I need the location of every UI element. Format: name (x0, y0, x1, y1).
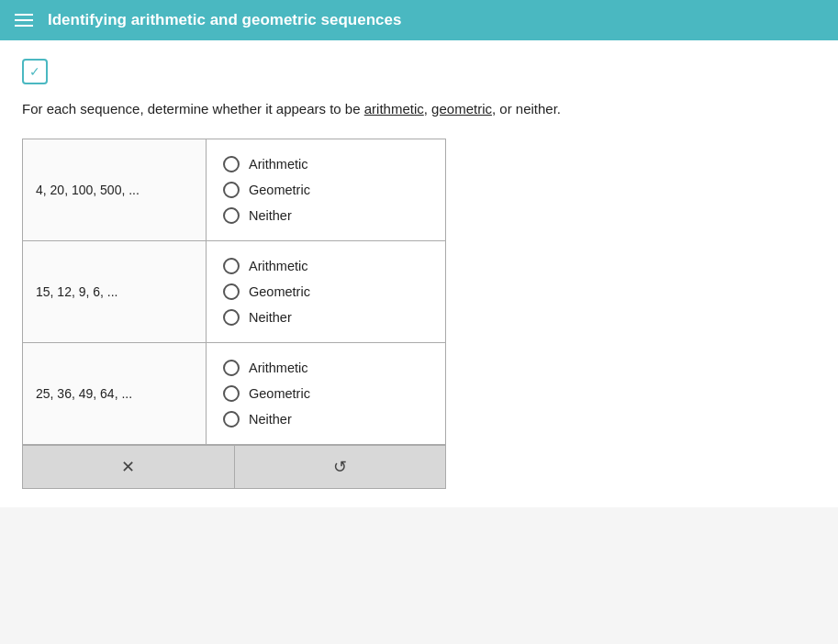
hamburger-menu[interactable] (15, 14, 33, 27)
reset-button[interactable]: ↺ (235, 446, 446, 488)
arithmetic-link[interactable]: arithmetic (364, 101, 424, 117)
radio-circle (223, 411, 240, 427)
radio-neither-3[interactable]: Neither (223, 411, 429, 427)
radio-arithmetic-3[interactable]: Arithmetic (223, 360, 429, 376)
radio-neither-1[interactable]: Neither (223, 207, 429, 224)
chevron-down-icon: ✓ (29, 64, 40, 79)
sequence-2: 15, 12, 9, 6, ... (23, 241, 207, 342)
radio-circle (223, 283, 240, 300)
x-icon: ✕ (121, 457, 135, 477)
radio-circle (223, 258, 240, 274)
geometric-link[interactable]: geometric (431, 101, 492, 117)
radio-circle (223, 207, 240, 224)
clear-button[interactable]: ✕ (23, 446, 235, 488)
reset-icon: ↺ (333, 457, 347, 477)
radio-arithmetic-1[interactable]: Arithmetic (223, 156, 429, 172)
options-cell-1: Arithmetic Geometric Neither (207, 139, 445, 240)
radio-arithmetic-2[interactable]: Arithmetic (223, 258, 429, 274)
radio-geometric-1[interactable]: Geometric (223, 182, 429, 198)
sequence-1: 4, 20, 100, 500, ... (23, 139, 207, 240)
radio-circle (223, 360, 240, 376)
options-cell-3: Arithmetic Geometric Neither (207, 343, 445, 444)
table-row: 25, 36, 49, 64, ... Arithmetic Geometric… (23, 343, 445, 445)
radio-geometric-2[interactable]: Geometric (223, 283, 429, 300)
radio-geometric-3[interactable]: Geometric (223, 385, 429, 402)
radio-neither-2[interactable]: Neither (223, 309, 429, 326)
sequences-table: 4, 20, 100, 500, ... Arithmetic Geometri… (22, 139, 446, 489)
table-row: 4, 20, 100, 500, ... Arithmetic Geometri… (23, 139, 445, 241)
instructions-text: For each sequence, determine whether it … (22, 99, 816, 120)
header-title: Identifying arithmetic and geometric seq… (48, 11, 401, 29)
table-row: 15, 12, 9, 6, ... Arithmetic Geometric N… (23, 241, 445, 343)
options-cell-2: Arithmetic Geometric Neither (207, 241, 445, 342)
app-header: Identifying arithmetic and geometric seq… (0, 0, 838, 40)
radio-circle (223, 385, 240, 402)
sequence-3: 25, 36, 49, 64, ... (23, 343, 207, 444)
action-row: ✕ ↺ (23, 445, 445, 488)
radio-circle (223, 156, 240, 172)
radio-circle (223, 309, 240, 326)
radio-circle (223, 182, 240, 198)
collapse-button[interactable]: ✓ (22, 59, 48, 84)
main-content: ✓ For each sequence, determine whether i… (0, 40, 838, 507)
